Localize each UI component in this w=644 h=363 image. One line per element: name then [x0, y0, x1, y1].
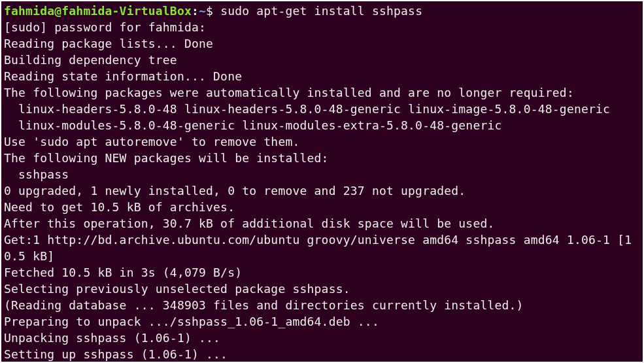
output-line: linux-headers-5.8.0-48 linux-headers-5.8… — [4, 101, 640, 117]
output-line: The following NEW packages will be insta… — [4, 150, 640, 166]
output-line: Unpacking sshpass (1.06-1) ... — [4, 330, 640, 346]
prompt-colon: : — [192, 4, 199, 18]
output-line: Fetched 10.5 kB in 3s (4,079 B/s) — [4, 264, 640, 281]
output-line: 0 upgraded, 1 newly installed, 0 to remo… — [4, 182, 640, 199]
output-line: Selecting previously unselected package … — [4, 281, 640, 297]
output-line: After this operation, 30.7 kB of additio… — [4, 215, 640, 232]
output-line: Get:1 http://bd.archive.ubuntu.com/ubunt… — [4, 232, 640, 248]
prompt-user: fahmida@fahmida-VirtualBox — [4, 4, 192, 18]
output-line: [sudo] password for fahmida: — [4, 19, 640, 35]
output-line: linux-modules-5.8.0-48-generic linux-mod… — [4, 117, 640, 133]
output-line: 0.5 kB] — [4, 248, 640, 264]
output-line: sshpass — [4, 166, 640, 182]
output-line: Reading state information... Done — [4, 68, 640, 84]
prompt-line-1: fahmida@fahmida-VirtualBox:~$ sudo apt-g… — [4, 3, 640, 19]
output-line: Reading package lists... Done — [4, 35, 640, 52]
prompt-path: ~ — [199, 4, 206, 18]
output-line: Use 'sudo apt autoremove' to remove them… — [4, 133, 640, 150]
output-line: Preparing to unpack .../sshpass_1.06-1_a… — [4, 313, 640, 330]
output-line: Building dependency tree — [4, 52, 640, 68]
output-line: (Reading database ... 348903 files and d… — [4, 297, 640, 313]
output-line: Need to get 10.5 kB of archives. — [4, 199, 640, 215]
output-line: The following packages were automaticall… — [4, 84, 640, 101]
prompt-dollar: $ — [206, 4, 220, 18]
output-line: Setting up sshpass (1.06-1) ... — [4, 346, 640, 362]
command-text: sudo apt-get install sshpass — [220, 4, 422, 18]
terminal-window[interactable]: fahmida@fahmida-VirtualBox:~$ sudo apt-g… — [0, 0, 644, 363]
